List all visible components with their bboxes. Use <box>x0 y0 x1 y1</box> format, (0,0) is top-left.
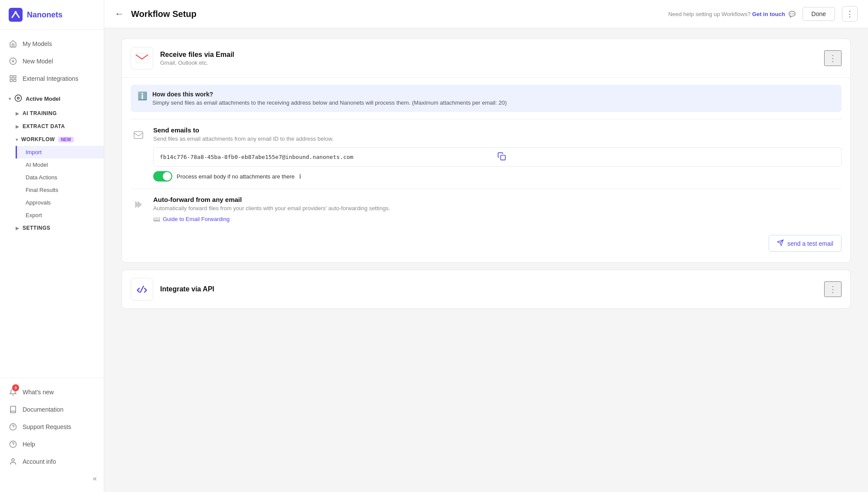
copy-email-button[interactable] <box>497 152 835 162</box>
more-options-button[interactable]: ⋮ <box>842 6 858 22</box>
more-icon: ⋮ <box>846 9 854 19</box>
svg-rect-0 <box>9 8 23 22</box>
topbar: ← Workflow Setup Need help setting up Wo… <box>104 0 868 28</box>
play-forward-icon <box>131 197 146 212</box>
svg-rect-6 <box>14 76 16 78</box>
support-requests-label: Support Requests <box>23 423 71 430</box>
sidebar-item-help[interactable]: Help <box>0 436 104 453</box>
sidebar-item-label: External Integrations <box>23 75 78 82</box>
info-box: ℹ️ How does this work? Simply send files… <box>131 85 842 112</box>
api-icon-wrap <box>131 278 153 300</box>
svg-point-9 <box>15 95 22 102</box>
send-emails-content: Send emails to Send files as email attac… <box>153 126 842 182</box>
test-email-label: send a test email <box>787 240 833 247</box>
email-address-display: fb14c776-78a8-45ba-8fb0-eb87abe155e7@inb… <box>153 147 842 167</box>
toggle-label: Process email body if no attachments are… <box>177 173 295 180</box>
data-actions-label: Data Actions <box>26 174 57 181</box>
envelope-icon <box>131 127 146 143</box>
sidebar-item-my-models[interactable]: My Models <box>0 35 104 53</box>
svg-rect-7 <box>10 79 12 82</box>
whats-new-label: What's new <box>23 389 54 396</box>
sidebar-item-new-model[interactable]: New Model <box>0 53 104 70</box>
nanonets-logo-icon <box>9 8 23 22</box>
bell-icon: 3 <box>9 388 17 396</box>
sidebar-section-workflow[interactable]: ▾ WORKFLOW NEW <box>0 133 104 146</box>
sidebar-item-account-info[interactable]: Account info <box>0 453 104 470</box>
sidebar-section-label: SETTINGS <box>23 225 50 231</box>
sidebar-section-label: WORKFLOW <box>21 136 55 142</box>
svg-rect-16 <box>135 53 148 63</box>
sidebar-section-extract-data[interactable]: ▶ EXTRACT DATA <box>0 120 104 133</box>
sidebar-section-label: AI TRAINING <box>23 110 57 116</box>
sidebar-item-data-actions[interactable]: Data Actions <box>16 171 104 184</box>
get-in-touch-link[interactable]: Get in touch <box>752 11 785 17</box>
email-card: Receive files via Email Gmail, Outlook e… <box>122 39 851 263</box>
sidebar-active-model[interactable]: ▾ Active Model <box>0 91 104 107</box>
active-model-label: Active Model <box>26 96 60 102</box>
sidebar-item-ai-model[interactable]: AI Model <box>16 158 104 171</box>
export-label: Export <box>26 212 42 218</box>
guide-email-forwarding-link[interactable]: 📖 Guide to Email Forwarding <box>153 216 230 222</box>
grid-icon <box>9 74 17 83</box>
sidebar-item-import[interactable]: Import <box>16 146 104 158</box>
back-button[interactable]: ← <box>115 8 124 20</box>
api-card-more-button[interactable]: ⋮ <box>824 281 842 297</box>
chat-icon: 💬 <box>789 11 796 17</box>
chevron-right-icon: ▶ <box>16 124 19 129</box>
sidebar-bottom-nav: 3 What's new Documentation Support Reque… <box>0 378 104 492</box>
documentation-label: Documentation <box>23 406 63 413</box>
sidebar-collapse-button[interactable]: « <box>0 470 104 487</box>
workflow-subnav: Import AI Model Data Actions Final Resul… <box>0 146 104 221</box>
api-card: Integrate via API ⋮ <box>122 270 851 309</box>
email-card-more-button[interactable]: ⋮ <box>824 50 842 66</box>
content-area: Receive files via Email Gmail, Outlook e… <box>104 28 868 492</box>
api-card-title: Integrate via API <box>160 285 817 293</box>
code-icon <box>136 283 148 295</box>
sidebar-navigation: My Models New Model External Integration… <box>0 30 104 378</box>
chevron-down-icon: ▾ <box>9 96 11 101</box>
chevron-right-icon: ▶ <box>16 226 19 231</box>
test-email-section: send a test email <box>131 230 842 254</box>
send-test-email-button[interactable]: send a test email <box>769 235 842 252</box>
sidebar-section-label: EXTRACT DATA <box>23 123 65 129</box>
svg-marker-22 <box>138 201 141 208</box>
book-icon <box>9 405 17 414</box>
sidebar-section-settings[interactable]: ▶ SETTINGS <box>0 221 104 234</box>
sidebar-item-external-integrations[interactable]: External Integrations <box>0 70 104 87</box>
sidebar: Nanonets My Models New Model External In… <box>0 0 104 492</box>
sidebar-item-whats-new[interactable]: 3 What's new <box>0 383 104 401</box>
user-circle-icon <box>9 457 17 466</box>
sidebar-item-support-requests[interactable]: Support Requests <box>0 418 104 436</box>
sidebar-item-documentation[interactable]: Documentation <box>0 401 104 418</box>
help-icon <box>9 440 17 449</box>
sidebar-section-ai-training[interactable]: ▶ AI TRAINING <box>0 107 104 120</box>
info-box-content: How does this work? Simply send files as… <box>152 91 506 106</box>
disc-icon <box>14 94 22 103</box>
sidebar-item-final-results[interactable]: Final Results <box>16 184 104 196</box>
sidebar-logo-text: Nanonets <box>27 10 62 20</box>
plus-circle-icon <box>9 57 17 66</box>
svg-rect-8 <box>14 79 16 82</box>
toggle-row: Process email body if no attachments are… <box>153 171 842 182</box>
sidebar-item-export[interactable]: Export <box>16 209 104 221</box>
home-icon <box>9 40 17 48</box>
sidebar-item-label: My Models <box>23 40 52 47</box>
sidebar-logo[interactable]: Nanonets <box>0 0 104 30</box>
done-button[interactable]: Done <box>802 7 835 21</box>
notification-count: 3 <box>12 384 19 391</box>
sidebar-item-approvals[interactable]: Approvals <box>16 196 104 209</box>
import-label: Import <box>26 149 42 155</box>
auto-forward-content: Auto-forward from any email Automaticall… <box>153 196 842 223</box>
chevron-down-icon: ▾ <box>16 137 18 142</box>
email-card-icon-wrap <box>131 47 153 69</box>
page-title: Workflow Setup <box>131 9 661 19</box>
chevron-right-icon: ▶ <box>16 111 19 116</box>
send-icon <box>777 239 784 248</box>
help-label: Help <box>23 441 35 448</box>
toggle-info-icon[interactable]: ℹ <box>299 173 301 180</box>
process-email-toggle[interactable] <box>153 171 172 182</box>
back-arrow-icon: ← <box>115 8 124 19</box>
workflow-new-badge: NEW <box>58 137 73 142</box>
api-card-header: Integrate via API ⋮ <box>122 270 850 308</box>
book-link-icon: 📖 <box>153 216 160 222</box>
